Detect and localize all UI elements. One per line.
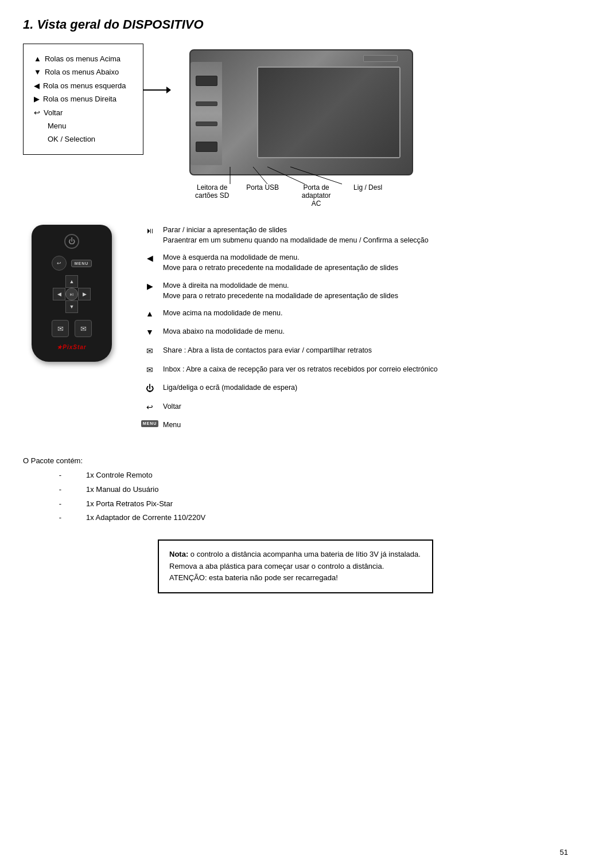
menu-label: MENU	[141, 420, 159, 427]
device-side-panel	[190, 62, 222, 165]
dash-3: -	[34, 497, 86, 511]
legend-box: ▲ Rolas os menus Acima ▼ Rola os menus A…	[23, 44, 143, 155]
legend-down: ▼ Mova abaixo na modolidade de menu.	[143, 326, 568, 338]
menu-button[interactable]: MENU	[71, 260, 92, 267]
dpad-down[interactable]: ▼	[65, 300, 78, 313]
play-pause-icon: ⏯	[143, 225, 156, 237]
middle-section: ⏻ ↩ MENU ▲ ◀ ⏯ ▶ ▼	[23, 225, 568, 437]
svg-line-1	[253, 167, 267, 184]
package-item-4: - 1x Adaptador de Corrente 110/220V	[34, 511, 568, 525]
left-icon: ◀	[34, 79, 40, 92]
dpad-right[interactable]: ▶	[78, 288, 91, 300]
device-body	[189, 49, 413, 175]
note-label: Nota:	[169, 550, 188, 558]
dpad: ▲ ◀ ⏯ ▶ ▼	[52, 275, 92, 315]
legend-item-down: ▼ Rola os menus Abaixo	[34, 65, 133, 79]
remote-control: ⏻ ↩ MENU ▲ ◀ ⏯ ▶ ▼	[32, 225, 112, 362]
dpad-spacer-br	[78, 300, 91, 313]
power-icon: ⏻	[143, 383, 156, 394]
dpad-up[interactable]: ▲	[65, 275, 78, 288]
dpad-left[interactable]: ◀	[53, 288, 65, 300]
legend-item-right: ▶ Rola os menus Direita	[34, 92, 133, 105]
power-port	[196, 142, 217, 152]
package-item-3: - 1x Porta Retratos Pix-Star	[34, 497, 568, 511]
dpad-spacer-bl	[53, 300, 65, 313]
legend-item-menu: Menu	[34, 119, 133, 132]
legend-play-pause: ⏯ Parar / iniciar a apresentação de slid…	[143, 225, 568, 245]
svg-line-2	[267, 167, 305, 184]
remote-container: ⏻ ↩ MENU ▲ ◀ ⏯ ▶ ▼	[23, 225, 120, 362]
dpad-spacer-tl	[53, 275, 65, 288]
package-section: O Pacote contém: - 1x Controle Remoto - …	[23, 454, 568, 525]
svg-line-3	[290, 167, 342, 184]
menu-legend-icon: MENU	[143, 420, 156, 427]
legend-power: ⏻ Liga/deliga o ecrã (modalidade de espe…	[143, 382, 568, 394]
legend-menu: MENU Menu	[143, 420, 568, 430]
package-item-2: - 1x Manual do Usuário	[34, 483, 568, 497]
legend-share: ✉ Share : Abra a lista de contactos para…	[143, 345, 568, 357]
ac-port	[196, 122, 217, 126]
note-box: Nota: o controlo a distância acompanha u…	[158, 539, 433, 593]
down-nav-icon: ▼	[143, 327, 156, 338]
page-title: 1. Vista geral do DISPOSITIVO	[23, 17, 568, 32]
connector-arrow	[143, 87, 171, 93]
icon-button-row: ✉ ✉	[52, 320, 92, 337]
legend-left: ◀ Move à esquerda na modolidade de menu.…	[143, 252, 568, 273]
note-text: o controlo a distância acompanha uma bat…	[169, 550, 421, 582]
up-icon: ▲	[34, 52, 41, 65]
remote-top-row: ↩ MENU	[52, 256, 92, 271]
left-nav-icon: ◀	[143, 253, 156, 264]
back-legend-icon: ↩	[143, 402, 156, 413]
inbox-icon: ✉	[143, 365, 156, 376]
sd-slot	[196, 76, 217, 86]
legend-right: ▶ Move à direita na modolidade de menu. …	[143, 280, 568, 301]
up-nav-icon: ▲	[143, 308, 156, 320]
package-intro: O Pacote contém:	[23, 454, 568, 468]
right-icon: ▶	[34, 92, 40, 105]
down-icon: ▼	[34, 65, 41, 79]
legend-inbox: ✉ Inbox : Abre a caixa de recepção para …	[143, 364, 568, 376]
port-lines-svg	[216, 167, 445, 213]
page-number: 51	[560, 848, 568, 857]
dpad-spacer-tr	[78, 275, 91, 288]
power-button[interactable]: ⏻	[64, 234, 79, 249]
device-top-slot	[363, 55, 398, 62]
right-nav-icon: ▶	[143, 281, 156, 292]
remote-logo: ★PixStar	[57, 344, 86, 350]
dpad-bot-row: ▼	[53, 300, 91, 313]
legend-item-up: ▲ Rolas os menus Acima	[34, 52, 133, 65]
legend-item-back: ↩ Voltar	[34, 106, 133, 119]
inbox-button[interactable]: ✉	[75, 320, 92, 337]
share-button[interactable]: ✉	[52, 320, 69, 337]
back-icon: ↩	[34, 106, 40, 119]
dpad-mid-row: ◀ ⏯ ▶	[53, 288, 91, 300]
legend-up: ▲ Move acima na modolidade de menu.	[143, 308, 568, 320]
device-image-area: Leitora de cartões SD Porta USB Porta de…	[161, 44, 568, 208]
device-screen	[257, 67, 401, 158]
remote-legend: ⏯ Parar / iniciar a apresentação de slid…	[143, 225, 568, 437]
top-section: ▲ Rolas os menus Acima ▼ Rola os menus A…	[23, 44, 568, 208]
usb-port	[196, 101, 217, 106]
dpad-top-row: ▲	[53, 275, 91, 288]
legend-item-left: ◀ Rola os menus esquerda	[34, 79, 133, 92]
legend-item-ok: OK / Selection	[34, 132, 133, 146]
dash-4: -	[34, 511, 86, 525]
legend-back: ↩ Voltar	[143, 401, 568, 413]
back-button[interactable]: ↩	[52, 256, 67, 271]
share-icon: ✉	[143, 346, 156, 357]
package-item-1: - 1x Controle Remoto	[34, 468, 568, 483]
dash-1: -	[34, 468, 86, 483]
dpad-center-btn[interactable]: ⏯	[65, 288, 78, 300]
dash-2: -	[34, 483, 86, 497]
